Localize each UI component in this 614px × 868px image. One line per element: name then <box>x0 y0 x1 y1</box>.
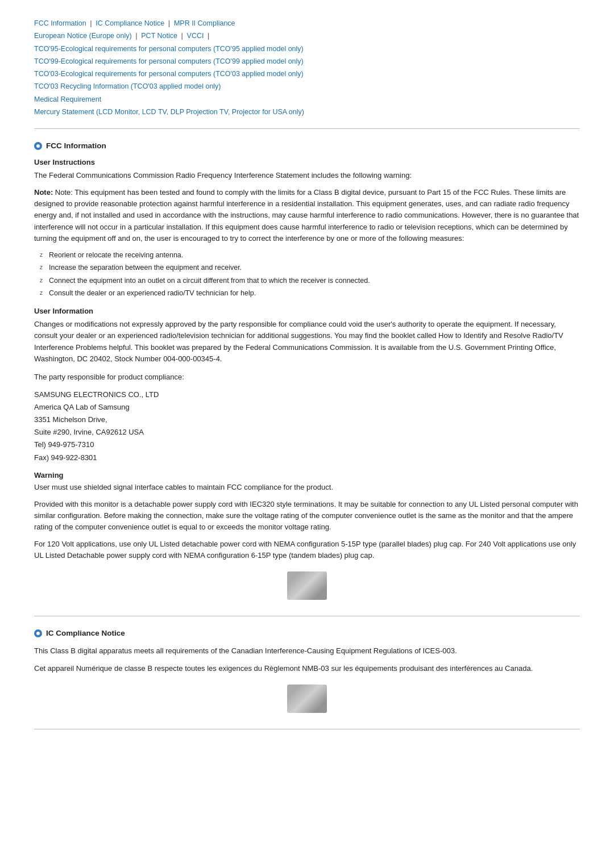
nav-link-tco03r[interactable]: TCO'03 Recycling Information (TCO'03 app… <box>34 82 221 90</box>
fcc-image <box>34 571 580 600</box>
user-instructions-heading: User Instructions <box>34 158 580 166</box>
divider-top <box>34 128 580 129</box>
warning-heading: Warning <box>34 471 580 479</box>
divider-middle <box>34 616 580 616</box>
list-item: Connect the equipment into an outlet on … <box>40 276 580 286</box>
fcc-heading-label: FCC Information <box>46 141 106 150</box>
nav-link-mpr[interactable]: MPR II Compliance <box>174 19 235 27</box>
ic-bullet-icon <box>34 629 42 637</box>
address-line-4: Tel) 949-975-7310 <box>34 439 580 451</box>
note-bold-label: Note: <box>34 188 55 197</box>
user-information: User Information Changes or modification… <box>34 307 580 365</box>
fcc-bullet-icon <box>34 142 42 150</box>
warning-text3: For 120 Volt applications, use only UL L… <box>34 539 580 561</box>
nav-link-tco99[interactable]: TCO'99-Ecological requirements for perso… <box>34 57 304 65</box>
party-responsible: The party responsible for product compli… <box>34 372 580 464</box>
user-information-text: Changes or modifications not expressly a… <box>34 319 580 365</box>
nav-link-vcci[interactable]: VCCI <box>187 31 204 40</box>
ic-text1: This Class B digital apparatus meets all… <box>34 645 580 657</box>
note-text: Note: This equipment has been tested and… <box>34 188 579 243</box>
ic-heading-label: IC Compliance Notice <box>46 629 125 637</box>
ic-heading: IC Compliance Notice <box>34 629 580 637</box>
address-line-3: Suite #290, Irvine, CA92612 USA <box>34 426 580 439</box>
nav-link-fcc[interactable]: FCC Information <box>34 19 86 27</box>
fcc-heading: FCC Information <box>34 141 580 150</box>
nav-link-medical[interactable]: Medical Requirement <box>34 95 101 103</box>
warning-block: Warning User must use shielded signal in… <box>34 471 580 562</box>
nav-link-mercury[interactable]: Mercury Statement (LCD Monitor, LCD TV, … <box>34 107 304 116</box>
list-item: Consult the dealer or an experienced rad… <box>40 288 580 299</box>
fcc-logo-image <box>287 571 327 600</box>
nav-link-tco95[interactable]: TCO'95-Ecological requirements for perso… <box>34 44 304 53</box>
measures-list: Reorient or relocate the receiving anten… <box>40 250 580 299</box>
address-line-2: 3351 Michelson Drive, <box>34 414 580 426</box>
list-item: Increase the separation between the equi… <box>40 262 580 273</box>
ic-image <box>34 685 580 713</box>
party-intro: The party responsible for product compli… <box>34 372 580 383</box>
address-line-0: SAMSUNG ELECTRONICS CO., LTD <box>34 389 580 401</box>
nav-link-ic[interactable]: IC Compliance Notice <box>96 19 164 27</box>
warning-text1: User must use shielded signal interface … <box>34 482 580 493</box>
user-information-heading: User Information <box>34 307 580 315</box>
address-line-5: Fax) 949-922-8301 <box>34 452 580 464</box>
ic-text2: Cet appareil Numérique de classe B respe… <box>34 663 580 674</box>
divider-bottom <box>34 729 580 729</box>
user-instructions-intro: The Federal Communications Commission Ra… <box>34 170 580 181</box>
list-item: Reorient or relocate the receiving anten… <box>40 250 580 261</box>
user-instructions: User Instructions The Federal Communicat… <box>34 158 580 299</box>
nav-links: FCC Information | IC Compliance Notice |… <box>34 17 580 118</box>
nav-link-tco03[interactable]: TCO'03-Ecological requirements for perso… <box>34 69 304 78</box>
ic-logo-image <box>287 685 327 713</box>
address-line-1: America QA Lab of Samsung <box>34 401 580 414</box>
warning-text2: Provided with this monitor is a detachab… <box>34 499 580 533</box>
fcc-section: FCC Information User Instructions The Fe… <box>34 141 580 600</box>
ic-section: IC Compliance Notice This Class B digita… <box>34 629 580 712</box>
nav-link-eu[interactable]: European Notice (Europe only) <box>34 31 132 40</box>
nav-link-pct[interactable]: PCT Notice <box>141 31 177 40</box>
user-instructions-note: Note: Note: This equipment has been test… <box>34 187 580 244</box>
